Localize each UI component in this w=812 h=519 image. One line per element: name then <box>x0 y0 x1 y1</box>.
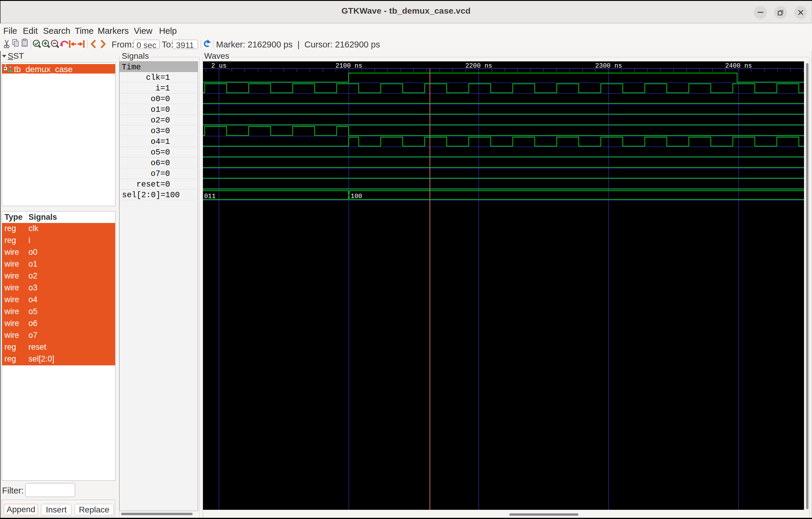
svg-text:011: 011 <box>204 193 216 200</box>
svg-text:2400 ns: 2400 ns <box>725 62 752 69</box>
svg-text:2 us: 2 us <box>211 62 227 69</box>
svg-text:100: 100 <box>351 193 362 200</box>
svg-text:2100 ns: 2100 ns <box>336 62 362 69</box>
svg-text:2300 ns: 2300 ns <box>596 62 622 69</box>
svg-text:2200 ns: 2200 ns <box>465 62 492 69</box>
